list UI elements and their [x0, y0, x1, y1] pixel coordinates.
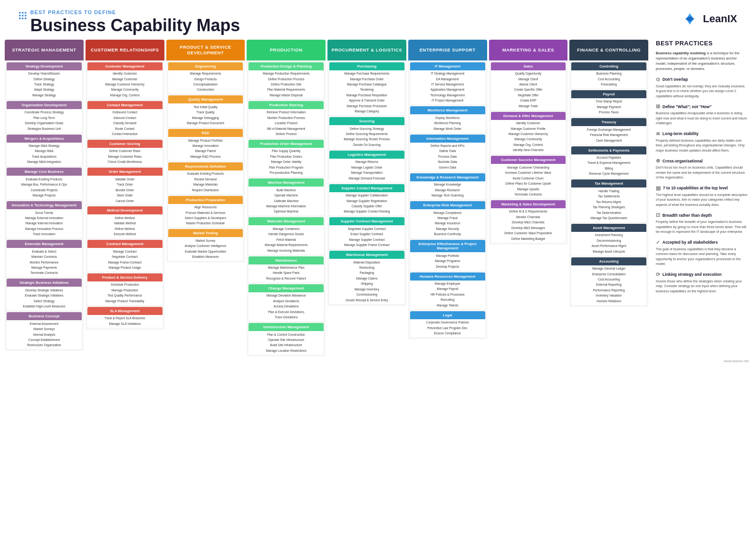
group-items: Define Reports and KPIsGather DataProces…: [410, 143, 485, 171]
no-overlap-icon: ⊙: [656, 77, 660, 83]
column-customer: CUSTOMER RELATIONSHIPSCustomer Managemen…: [86, 40, 164, 357]
list-item: Manage Innovation: [170, 144, 242, 149]
list-item: Define Sourcing Requirements: [331, 132, 403, 137]
list-item: Manage Internal Innovation: [8, 221, 80, 226]
list-item: Manage Patent: [170, 149, 242, 154]
list-item: Decide On Sourcing: [331, 142, 403, 147]
capability-group: Materials ManagementManage ContainersHan…: [249, 217, 324, 254]
list-item: Identify Customer: [492, 121, 565, 126]
capability-group: Innovation & Technology ManagementScout …: [7, 201, 82, 238]
list-item: Approve & Transmit Order: [331, 98, 403, 103]
list-item: Manage Security: [412, 226, 484, 231]
list-item: Define Marketing Budget: [492, 236, 565, 241]
group-items: Foreign Exchange ManagementFinancial Ris…: [571, 126, 646, 144]
list-item: Create Specific Offer: [492, 87, 565, 93]
best-practice-item: ⟳Linking strategy and executionInvolve t…: [656, 272, 747, 294]
group-items: Develop Strategic InitiativesEvaluate St…: [7, 287, 82, 310]
capability-group: Production Order ManagementPlan Supply Q…: [249, 140, 324, 177]
list-item: Manage Purchase Requisition: [331, 93, 403, 98]
capability-group: AccountingManage General LedgerEnterpris…: [571, 257, 646, 305]
group-items: Manage General LedgerEnterprise Consolid…: [571, 265, 646, 305]
capability-group: Manage Core BusinessEvaluate Existing Pr…: [7, 168, 82, 199]
list-item: Scout Trends: [8, 210, 80, 215]
capability-group: Product & Service DeliverySchedule Produ…: [87, 273, 163, 305]
list-item: Manage Product Traceability: [89, 298, 161, 304]
list-item: Goods Receipt & Service Entry: [331, 298, 403, 303]
list-item: Qualify Opportunity: [492, 71, 565, 77]
capability-group: Organization DevelopmentCoordinate Proce…: [7, 101, 82, 133]
capability-group: Mergers & AcquisitionsManage M&A Strateg…: [7, 135, 82, 166]
group-header: Warehouse Management: [329, 251, 404, 259]
list-item: Validate Order: [89, 177, 161, 182]
best-practice-item: ▤7 to 10 capabilities at the top levelTh…: [656, 185, 747, 208]
group-header: Infrastructure Management: [249, 323, 324, 331]
list-item: Internal Analysis: [8, 332, 80, 337]
list-item: Manage Supplier Collaboration: [331, 193, 403, 198]
list-item: Evaluate Market Opportunities: [170, 249, 242, 254]
list-item: Billing: [573, 166, 645, 171]
list-item: Classify Demand: [89, 121, 161, 126]
list-item: Develop Organisation Goals: [8, 121, 80, 126]
best-practice-description: Properly defined business capabilities a…: [656, 138, 747, 153]
column-header-production: PRODUCTION: [247, 40, 326, 60]
group-header: Purchasing: [329, 62, 404, 70]
best-practice-title-text: Linking strategy and execution: [662, 272, 722, 277]
group-items: Handle TradingTax SettlementsTax Returns…: [571, 187, 646, 222]
group-header: Marketing & Sales Development: [491, 200, 566, 208]
list-item: Manage Org. Context: [492, 142, 565, 147]
group-items: Manage M&A StrategyManage M&ATrack Acqui…: [7, 143, 82, 166]
group-header: SLA Management: [87, 307, 163, 315]
column-product: PRODUCT & SERVICE DEVELOPMENTEngineering…: [166, 40, 245, 357]
list-item: Maintain Contracts: [8, 255, 80, 260]
list-item: Manage M&A: [8, 149, 80, 154]
group-header: Machine Management: [249, 179, 324, 187]
list-item: Bill of Material Management: [250, 126, 322, 131]
list-item: Recognize & Recover Failure: [250, 276, 322, 281]
capability-group: SourcingDefine Sourcing StrategyDefine S…: [329, 117, 404, 149]
list-item: Manage Machine Information: [250, 204, 322, 209]
list-item: Schedule Production: [89, 282, 161, 288]
list-item: Coordinate Process Strategy: [8, 110, 80, 115]
list-item: Manage Purchase Catalogue: [331, 82, 403, 87]
list-item: Illustrate Data: [412, 160, 484, 165]
group-items: Manage Product PortfolioManage Innovatio…: [168, 137, 243, 161]
capability-group: Demand & Offer ManagementIdentify Custom…: [491, 112, 566, 154]
list-item: Inventory Valuation: [573, 293, 645, 298]
list-item: External Reporting: [573, 282, 645, 288]
list-item: Foreign Exchange Management: [573, 127, 645, 132]
list-item: Define Plans for Customer Upsell: [492, 181, 565, 187]
group-items: Plan Supply QuantityPlan Production Orde…: [249, 148, 324, 177]
best-practice-item-title: ✓Accepted by all stakeholders: [656, 239, 747, 246]
capability-group: EngineeringManage RequirementsDesign Pro…: [168, 62, 243, 94]
list-item: Manage Talents: [412, 303, 484, 308]
list-item: Manage Deviation Allowance: [250, 293, 322, 298]
best-practice-item: ⊕Cross-organisationalDon't focus too muc…: [656, 158, 747, 180]
best-practice-title-text: Long-term stability: [662, 131, 699, 136]
list-item: Construction: [170, 87, 242, 93]
list-item: Monitor Performance: [8, 260, 80, 265]
group-header: Supplier Contract Management: [329, 217, 404, 225]
list-item: Select Suppliers & Developers: [170, 215, 242, 221]
group-items: Manage Customer OnboardingIncrease Custo…: [491, 164, 566, 198]
capability-group: SalesQualify OpportunityManage ClientAdv…: [491, 62, 566, 110]
list-item: Manage Contract: [89, 249, 161, 254]
group-items: Define Customer RisksManage Customer Ris…: [87, 148, 163, 166]
list-item: Market Survey: [170, 238, 242, 243]
list-item: Track & Report SLA Breaches: [89, 316, 161, 321]
list-item: Enact Supplier Contract: [331, 232, 403, 237]
capability-group: Order ManagementValidate OrderTrack Orde…: [87, 168, 163, 204]
column-body-production: Production Design & PlanningManage Produ…: [247, 60, 326, 357]
list-item: Performance Reporting: [573, 288, 645, 293]
list-item: Outbound Contact: [89, 110, 161, 115]
seven-ten-icon: ▤: [656, 185, 661, 191]
capability-group: Information ManagementDefine Reports and…: [410, 135, 485, 171]
list-item: Operate Machine: [250, 193, 322, 198]
leanix-logo-text: LeanIX: [703, 13, 737, 25]
list-item: Define Sourcing Strategy: [331, 126, 403, 131]
define-what-icon: ⊞: [656, 103, 660, 110]
group-items: Build MachineOperate MachineCalibrate Ma…: [249, 187, 324, 215]
best-practice-description: Properly define the breadth of your orga…: [656, 220, 747, 235]
group-header: Customer Management: [87, 62, 163, 70]
list-item: Market Surveys: [8, 327, 80, 332]
group-header: Business Concept: [7, 312, 82, 320]
